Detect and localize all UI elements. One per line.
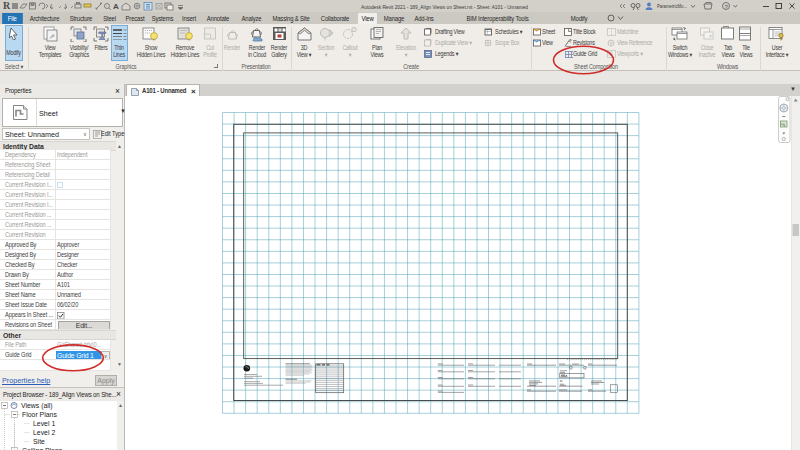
- svg-text:Autodesk Revit 2021 - 189_Alig: Autodesk Revit 2021 - 189_Align Views on…: [361, 3, 528, 10]
- svg-text:A: A: [113, 2, 119, 11]
- svg-text:ParametricMo...: ParametricMo...: [657, 2, 687, 9]
- svg-text:R: R: [3, 0, 11, 11]
